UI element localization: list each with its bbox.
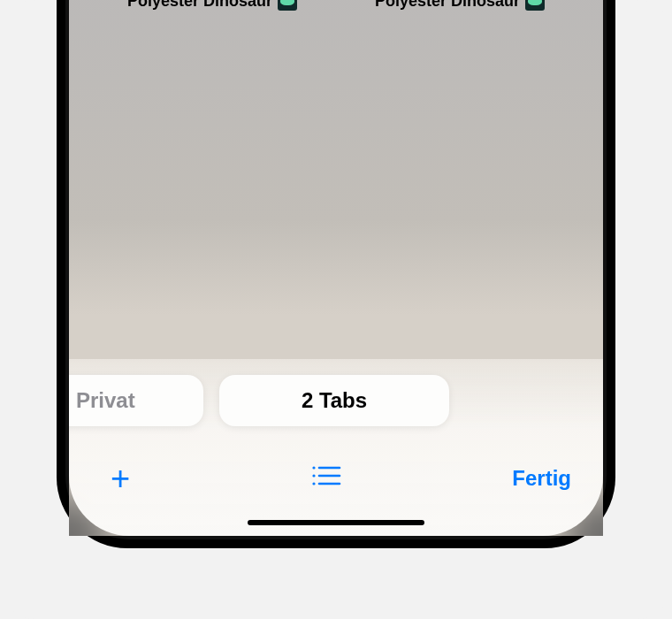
tab-card[interactable]: Polyester Dinosaur	[97, 0, 327, 145]
home-indicator[interactable]	[248, 520, 424, 525]
private-label: Privat	[76, 388, 135, 413]
svg-point-2	[312, 474, 315, 477]
done-label: Fertig	[512, 466, 571, 491]
tab-header: Polyester Dinosaur	[375, 0, 545, 11]
tab-overview-grid[interactable]: Polyester Dinosaur Polyester Dinosaur	[69, 0, 603, 384]
tab-group-row[interactable]: Privat 2 Tabs	[69, 375, 603, 426]
phone-frame: Polyester Dinosaur Polyester Dinosaur	[57, 0, 615, 548]
tab-groups-menu-button[interactable]	[307, 464, 346, 493]
bottom-toolbar: +	[69, 455, 603, 502]
phone-screen: Polyester Dinosaur Polyester Dinosaur	[69, 0, 603, 536]
done-button[interactable]: Fertig	[512, 466, 571, 491]
plus-icon: +	[111, 462, 130, 495]
bottom-panel: Privat 2 Tabs +	[69, 359, 603, 536]
tab-title: Polyester Dinosaur	[375, 0, 520, 11]
tab-title: Polyester Dinosaur	[127, 0, 272, 11]
screenshot-stage: Polyester Dinosaur Polyester Dinosaur	[0, 0, 672, 619]
dinosaur-icon	[278, 0, 297, 11]
private-group-pill[interactable]: Privat	[69, 375, 203, 426]
dinosaur-icon	[525, 0, 545, 11]
svg-point-0	[312, 466, 315, 469]
new-tab-button[interactable]: +	[101, 462, 140, 495]
phone-bezel: Polyester Dinosaur Polyester Dinosaur	[65, 0, 607, 539]
tabs-count-label: 2 Tabs	[302, 388, 367, 413]
list-bullet-icon	[311, 464, 341, 493]
tab-card[interactable]: Polyester Dinosaur	[345, 0, 575, 145]
tab-header: Polyester Dinosaur	[127, 0, 297, 11]
tabs-group-pill[interactable]: 2 Tabs	[219, 375, 449, 426]
svg-point-4	[312, 482, 315, 485]
